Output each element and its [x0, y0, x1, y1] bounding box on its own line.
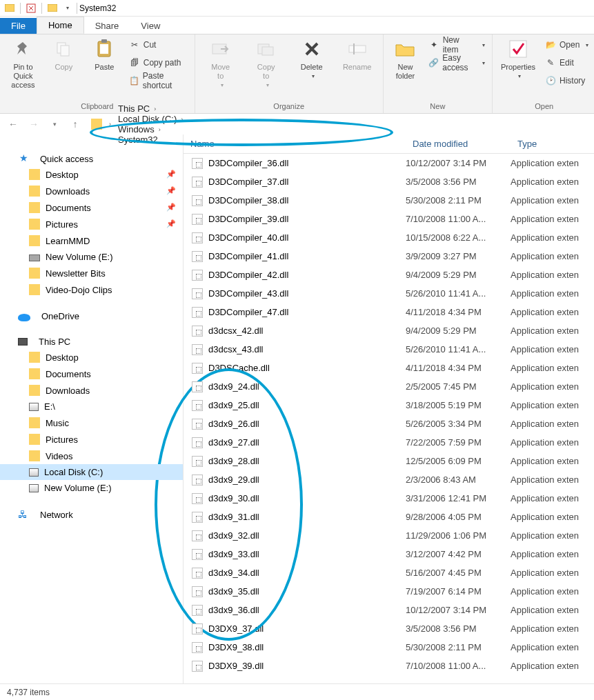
nav-item[interactable]: Videos	[0, 448, 183, 464]
nav-item-label: Documents	[46, 369, 183, 379]
breadcrumb-segment[interactable]: Local Disk (C:)›	[117, 114, 188, 124]
new-folder-label: New folder	[396, 63, 415, 81]
file-row[interactable]: d3dx9_25.dll3/18/2005 5:19 PMApplication…	[184, 396, 594, 414]
properties-button[interactable]: Properties▾	[499, 37, 537, 81]
nav-quick-access-header[interactable]: ★ Quick access	[0, 151, 183, 166]
nav-item[interactable]: Downloads📌	[0, 183, 183, 199]
nav-item[interactable]: Pictures	[0, 431, 183, 448]
file-row[interactable]: D3DCompiler_40.dll10/15/2008 6:22 A...Ap…	[184, 228, 594, 247]
separator	[41, 3, 42, 14]
nav-item[interactable]: Local Disk (C:)	[0, 464, 183, 480]
navigation-pane[interactable]: ★ Quick access Desktop📌Downloads📌Documen…	[0, 134, 184, 683]
file-row[interactable]: D3DCompiler_36.dll10/12/2007 3:14 PMAppl…	[184, 154, 594, 172]
easy-access-button[interactable]: 🔗 Easy access▾	[428, 55, 485, 70]
rename-button[interactable]: Rename	[339, 37, 376, 72]
move-to-button[interactable]: Move to▾	[202, 37, 239, 90]
file-row[interactable]: d3dx9_31.dll9/28/2006 4:05 PMApplication…	[184, 508, 594, 526]
nav-item[interactable]: Music	[0, 414, 183, 431]
history-button[interactable]: 🕑 History	[545, 73, 588, 88]
file-row[interactable]: d3dx9_28.dll12/5/2005 6:09 PMApplication…	[184, 452, 594, 470]
file-row[interactable]: d3dx9_36.dll10/12/2007 3:14 PMApplicatio…	[184, 601, 594, 619]
cut-button[interactable]: ✂ Cut	[129, 37, 188, 52]
history-label: History	[560, 76, 585, 86]
dll-file-icon	[192, 493, 203, 504]
breadcrumb-segment[interactable]: System32	[117, 134, 188, 145]
nav-item[interactable]: New Volume (E:)	[0, 249, 183, 265]
col-header-type[interactable]: Type	[511, 139, 594, 149]
nav-item[interactable]: Documents	[0, 366, 183, 382]
file-row[interactable]: D3DCompiler_43.dll5/26/2010 11:41 A...Ap…	[184, 284, 594, 303]
tab-file[interactable]: File	[0, 18, 37, 34]
new-item-button[interactable]: ✦ New item▾	[428, 37, 485, 52]
dll-file-icon	[192, 400, 203, 411]
nav-this-pc-header[interactable]: This PC	[0, 334, 183, 349]
file-row[interactable]: D3DCompiler_42.dll9/4/2009 5:29 PMApplic…	[184, 266, 594, 284]
copy-button[interactable]: Copy	[48, 37, 80, 72]
nav-item[interactable]: Downloads	[0, 382, 183, 399]
open-button[interactable]: 📂 Open▾	[545, 37, 588, 52]
quick-access-toolbar: ▾	[3, 1, 75, 15]
file-row[interactable]: d3dx9_33.dll3/12/2007 4:42 PMApplication…	[184, 545, 594, 563]
file-row[interactable]: D3DCompiler_47.dll4/11/2018 4:34 PMAppli…	[184, 303, 594, 321]
dll-file-icon	[192, 419, 203, 430]
file-row[interactable]: d3dcsx_42.dll9/4/2009 5:29 PMApplication…	[184, 321, 594, 340]
breadcrumb-segment[interactable]: Windows›	[117, 124, 188, 134]
file-row[interactable]: d3dx9_24.dll2/5/2005 7:45 PMApplication …	[184, 377, 594, 396]
breadcrumb-bar[interactable]: › This PC›Local Disk (C:)›Windows›System…	[87, 116, 590, 132]
file-date: 12/5/2005 6:09 PM	[406, 456, 511, 466]
file-row[interactable]: D3DCompiler_39.dll7/10/2008 11:00 A...Ap…	[184, 210, 594, 228]
qat-properties-icon[interactable]	[24, 1, 38, 15]
ribbon-tabs: File Home Share View	[0, 17, 594, 34]
breadcrumb-root[interactable]: ›	[90, 119, 117, 130]
pin-icon: 📌	[166, 186, 176, 196]
nav-item[interactable]: Desktop📌	[0, 166, 183, 183]
file-row[interactable]: D3DX9_39.dll7/10/2008 11:00 A...Applicat…	[184, 657, 594, 675]
breadcrumb-segment[interactable]: This PC›	[117, 103, 188, 114]
nav-item[interactable]: E:\	[0, 399, 183, 414]
col-header-name[interactable]: Name	[184, 139, 406, 149]
tab-share[interactable]: Share	[84, 18, 130, 34]
pin-quick-access-button[interactable]: Pin to Quick access	[7, 37, 39, 90]
file-row[interactable]: d3dx9_26.dll5/26/2005 3:34 PMApplication…	[184, 414, 594, 433]
file-row[interactable]: d3dx9_35.dll7/19/2007 6:14 PMApplication…	[184, 582, 594, 601]
file-row[interactable]: D3DCompiler_41.dll3/9/2009 3:27 PMApplic…	[184, 247, 594, 266]
nav-item-label: New Volume (E:)	[44, 483, 183, 493]
nav-item[interactable]: Video-Dojo Clips	[0, 281, 183, 298]
paste-button[interactable]: Paste	[88, 37, 121, 72]
edit-button[interactable]: ✎ Edit	[545, 55, 588, 70]
col-header-date[interactable]: Date modified	[406, 139, 511, 149]
qat-customize-dropdown[interactable]: ▾	[61, 1, 75, 15]
nav-item[interactable]: Newsletter Bits	[0, 265, 183, 281]
tab-view[interactable]: View	[130, 18, 171, 34]
nav-item[interactable]: Desktop	[0, 349, 183, 366]
qat-new-folder-icon[interactable]	[46, 1, 59, 15]
file-row[interactable]: D3DCompiler_38.dll5/30/2008 2:11 PMAppli…	[184, 191, 594, 210]
file-row[interactable]: d3dx9_34.dll5/16/2007 4:45 PMApplication…	[184, 563, 594, 582]
copy-path-button[interactable]: 🗐 Copy path	[129, 55, 188, 70]
file-row[interactable]: D3DSCache.dll4/11/2018 4:34 PMApplicatio…	[184, 359, 594, 377]
folder-icon	[29, 284, 40, 295]
file-row[interactable]: d3dx9_29.dll2/3/2006 8:43 AMApplication …	[184, 470, 594, 489]
tab-home[interactable]: Home	[37, 17, 84, 34]
nav-recent-dropdown[interactable]: ▾	[46, 115, 63, 133]
file-row[interactable]: d3dx9_32.dll11/29/2006 1:06 PMApplicatio…	[184, 526, 594, 545]
nav-forward-button[interactable]: →	[25, 115, 43, 133]
nav-back-button[interactable]: ←	[4, 115, 22, 133]
file-row[interactable]: d3dx9_30.dll3/31/2006 12:41 PMApplicatio…	[184, 489, 594, 508]
nav-item[interactable]: LearnMMD	[0, 232, 183, 249]
copy-to-button[interactable]: Copy to▾	[248, 37, 285, 90]
paste-shortcut-button[interactable]: 📋 Paste shortcut	[129, 73, 188, 88]
nav-item[interactable]: New Volume (E:)	[0, 480, 183, 496]
nav-item[interactable]: Pictures📌	[0, 216, 183, 232]
new-folder-button[interactable]: New folder	[390, 37, 421, 81]
nav-onedrive-header[interactable]: OneDrive	[0, 309, 183, 323]
file-row[interactable]: D3DX9_37.dll3/5/2008 3:56 PMApplication …	[184, 619, 594, 638]
delete-button[interactable]: Delete▾	[293, 37, 330, 81]
nav-up-button[interactable]: ↑	[66, 115, 84, 133]
file-row[interactable]: D3DCompiler_37.dll3/5/2008 3:56 PMApplic…	[184, 172, 594, 191]
nav-network-header[interactable]: 🖧 Network	[0, 507, 183, 522]
file-row[interactable]: D3DX9_38.dll5/30/2008 2:11 PMApplication…	[184, 638, 594, 657]
file-row[interactable]: d3dcsx_43.dll5/26/2010 11:41 A...Applica…	[184, 340, 594, 359]
nav-item[interactable]: Documents📌	[0, 199, 183, 216]
file-row[interactable]: d3dx9_27.dll7/22/2005 7:59 PMApplication…	[184, 433, 594, 452]
